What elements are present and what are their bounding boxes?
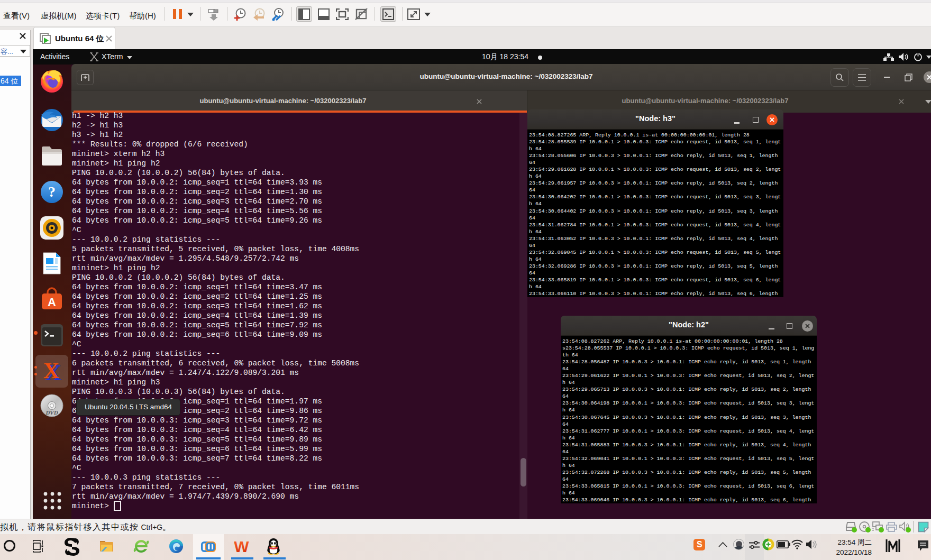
svg-text:X: X <box>43 360 59 383</box>
svg-text:W: W <box>234 539 249 554</box>
svg-text:?: ? <box>48 183 56 200</box>
svg-text:DVD: DVD <box>45 409 58 416</box>
svg-text:A: A <box>48 296 56 309</box>
